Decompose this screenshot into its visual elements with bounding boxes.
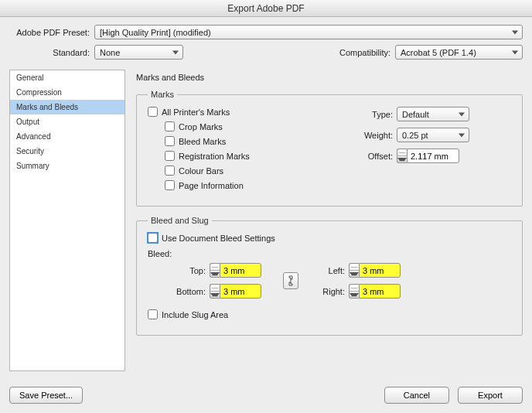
- bleed-top-spin-buttons[interactable]: [210, 263, 220, 278]
- weight-label: Weight:: [356, 131, 397, 140]
- offset-stepper[interactable]: [397, 148, 459, 163]
- marks-type-select[interactable]: Default: [397, 107, 469, 121]
- panel-title: Marks and Bleeds: [136, 70, 523, 90]
- marks-legend: Marks: [148, 90, 177, 99]
- bleed-right-spin-down[interactable]: [350, 292, 359, 298]
- bleed-left-spin-buttons[interactable]: [349, 263, 359, 278]
- offset-input[interactable]: [407, 148, 459, 163]
- top-form: Adobe PDF Preset: [High Quality Print] (…: [0, 17, 532, 70]
- bleed-left-label: Left:: [302, 266, 349, 275]
- bleed-slug-legend: Bleed and Slug: [148, 216, 212, 225]
- offset-spin-buttons[interactable]: [397, 148, 407, 163]
- bleed-right-spin-up[interactable]: [350, 285, 359, 292]
- compat-value: Acrobat 5 (PDF 1.4): [401, 48, 476, 57]
- marks-type-value: Default: [402, 110, 429, 119]
- sidebar-item-general[interactable]: General: [10, 70, 124, 85]
- marks-group: Marks All Printer's Marks Crop Marks Ble…: [136, 90, 523, 206]
- sidebar-item-marks-and-bleeds[interactable]: Marks and Bleeds: [10, 100, 124, 114]
- bleed-bottom-label: Bottom:: [163, 287, 210, 296]
- bleed-right-input[interactable]: [359, 284, 401, 299]
- save-preset-button[interactable]: Save Preset...: [9, 387, 83, 404]
- bleed-right-spin-buttons[interactable]: [349, 284, 359, 299]
- link-bleed-icon[interactable]: [283, 272, 298, 289]
- window-title: Export Adobe PDF: [0, 0, 532, 17]
- type-label: Type:: [356, 110, 397, 119]
- bleed-bottom-stepper[interactable]: [210, 284, 279, 299]
- export-button[interactable]: Export: [458, 387, 523, 404]
- preset-select[interactable]: [High Quality Print] (modified): [94, 25, 523, 39]
- compat-select[interactable]: Acrobat 5 (PDF 1.4): [395, 45, 523, 60]
- offset-spin-up[interactable]: [397, 149, 407, 156]
- bleed-top-spin-down[interactable]: [210, 271, 220, 277]
- bleed-bottom-spin-up[interactable]: [210, 285, 220, 292]
- weight-select[interactable]: 0.25 pt: [397, 128, 469, 142]
- bleed-bottom-input[interactable]: [220, 284, 261, 299]
- weight-value: 0.25 pt: [402, 131, 428, 140]
- bleed-top-label: Top:: [163, 266, 210, 275]
- category-sidebar: GeneralCompressionMarks and BleedsOutput…: [9, 70, 125, 371]
- bleed-marks-label: Bleed Marks: [179, 137, 226, 146]
- sidebar-item-summary[interactable]: Summary: [10, 159, 124, 173]
- use-document-bleed-checkbox[interactable]: [148, 233, 158, 243]
- colour-bars-checkbox[interactable]: [165, 166, 175, 176]
- crop-marks-label: Crop Marks: [179, 122, 223, 131]
- bleed-right-stepper[interactable]: [349, 284, 418, 299]
- sidebar-item-advanced[interactable]: Advanced: [10, 129, 124, 144]
- crop-marks-checkbox[interactable]: [165, 121, 175, 131]
- standard-select[interactable]: None: [94, 45, 183, 60]
- bleed-left-input[interactable]: [359, 263, 401, 278]
- bleed-left-spin-up[interactable]: [350, 264, 359, 271]
- use-document-bleed-label: Use Document Bleed Settings: [162, 234, 275, 243]
- bleed-left-stepper[interactable]: [349, 263, 418, 278]
- registration-marks-checkbox[interactable]: [165, 151, 175, 161]
- page-info-label: Page Information: [179, 181, 244, 190]
- preset-value: [High Quality Print] (modified): [100, 28, 211, 37]
- sidebar-item-security[interactable]: Security: [10, 144, 124, 159]
- bleed-bottom-spin-buttons[interactable]: [210, 284, 220, 299]
- sidebar-item-output[interactable]: Output: [10, 114, 124, 129]
- bleed-label: Bleed:: [148, 249, 511, 258]
- standard-value: None: [100, 48, 120, 57]
- sidebar-item-compression[interactable]: Compression: [10, 85, 124, 100]
- offset-spin-down[interactable]: [397, 156, 407, 162]
- preset-label: Adobe PDF Preset:: [9, 28, 94, 37]
- include-slug-label: Include Slug Area: [162, 310, 228, 319]
- bleed-top-stepper[interactable]: [210, 263, 279, 278]
- include-slug-checkbox[interactable]: [148, 309, 158, 319]
- colour-bars-label: Colour Bars: [179, 166, 223, 176]
- offset-label: Offset:: [356, 152, 397, 161]
- bleed-right-label: Right:: [302, 287, 349, 296]
- bleed-left-spin-down[interactable]: [350, 271, 359, 277]
- all-printers-checkbox[interactable]: [148, 107, 158, 117]
- bleed-bottom-spin-down[interactable]: [210, 292, 220, 298]
- bleed-slug-group: Bleed and Slug Use Document Bleed Settin…: [136, 216, 523, 336]
- registration-marks-label: Registration Marks: [179, 152, 250, 161]
- compat-label: Compatibility:: [339, 48, 395, 57]
- bleed-top-spin-up[interactable]: [210, 264, 220, 271]
- bleed-marks-checkbox[interactable]: [165, 136, 175, 146]
- standard-label: Standard:: [9, 48, 94, 57]
- all-printers-label: All Printer's Marks: [162, 108, 230, 117]
- bleed-top-input[interactable]: [220, 263, 261, 278]
- page-info-checkbox[interactable]: [165, 180, 175, 190]
- cancel-button[interactable]: Cancel: [384, 387, 449, 404]
